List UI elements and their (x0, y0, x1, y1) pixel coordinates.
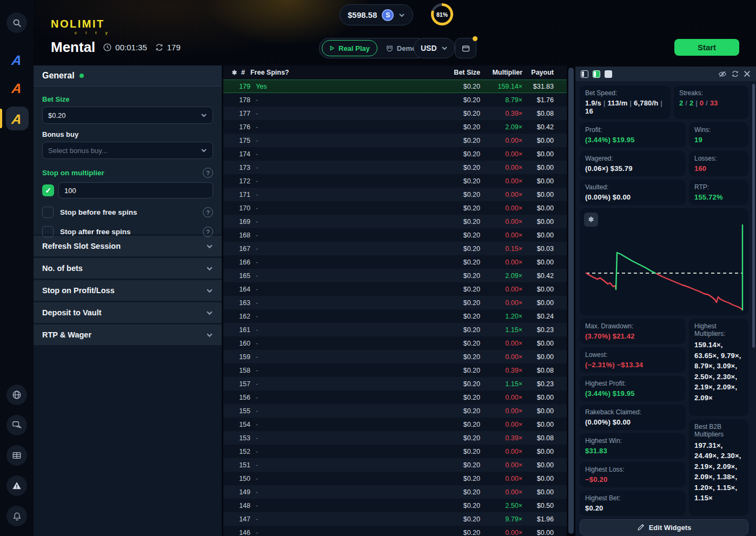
balance-dropdown[interactable]: $598.58 S (340, 4, 413, 25)
bet-size-value: $0.20 (48, 111, 66, 120)
accordion-section-deposit-to-vault[interactable]: Deposit to Vault (34, 302, 222, 323)
table-row[interactable]: 172-$0.200.00×$0.00 (223, 174, 567, 188)
play-icon (329, 45, 335, 51)
row-number: 148 (234, 502, 250, 509)
table-row[interactable]: 162-$0.201.20×$0.24 (223, 309, 567, 323)
row-bet: $0.20 (445, 502, 480, 509)
refresh-icon[interactable] (731, 70, 739, 78)
stat-label: Lowest: (585, 351, 680, 359)
table-row[interactable]: 148-$0.202.50×$0.50 (223, 499, 567, 512)
stop-multiplier-checkbox[interactable]: ✓ (42, 184, 54, 196)
table-row[interactable]: 177-$0.200.39×$0.08 (223, 107, 567, 120)
row-payout: $0.00 (522, 286, 567, 293)
table-row[interactable]: 158-$0.200.39×$0.08 (223, 363, 567, 377)
table-row[interactable]: 167-$0.200.15×$0.03 (223, 242, 567, 255)
wallet-button[interactable] (455, 38, 476, 58)
table-row[interactable]: 170-$0.200.00×$0.00 (223, 201, 567, 215)
hide-icon[interactable] (718, 70, 727, 78)
accordion-section-rtp-wager[interactable]: RTP & Wager (34, 325, 222, 345)
table-row[interactable]: 147-$0.209.79×$1.96 (223, 512, 567, 526)
row-bet: $0.20 (445, 123, 480, 131)
help-icon[interactable]: ? (203, 207, 213, 217)
bet-size-select[interactable]: $0.20 (42, 107, 213, 124)
widgets-scrollbar[interactable] (752, 84, 755, 348)
row-number: 163 (234, 299, 250, 307)
col-num[interactable]: # (241, 69, 245, 76)
table-row[interactable]: 152-$0.200.00×$0.00 (223, 445, 567, 458)
table-row[interactable]: 166-$0.200.00×$0.00 (223, 255, 567, 269)
table-row[interactable]: 163-$0.200.00×$0.00 (223, 296, 567, 309)
row-payout: $0.24 (522, 313, 567, 320)
row-payout: $0.50 (522, 502, 567, 509)
start-button[interactable]: Start (674, 39, 739, 56)
table-row[interactable]: 159-$0.200.00×$0.00 (223, 350, 567, 363)
help-icon[interactable]: ? (203, 227, 213, 237)
table-row[interactable]: 151-$0.200.00×$0.00 (223, 458, 567, 472)
table-row[interactable]: 179Yes$0.20159.14×$31.83 (223, 80, 567, 93)
row-free-spins: - (250, 475, 445, 482)
real-play-button[interactable]: Real Play (322, 40, 377, 56)
table-row[interactable]: 156-$0.200.00×$0.00 (223, 391, 567, 404)
table-row[interactable]: 169-$0.200.00×$0.00 (223, 215, 567, 228)
stat-label: Highest Win: (585, 437, 680, 445)
table-row[interactable]: 178-$0.208.79×$1.76 (223, 93, 567, 107)
col-payout[interactable]: Payout (522, 69, 567, 76)
table-row[interactable]: 149-$0.200.00×$0.00 (223, 485, 567, 499)
col-multiplier[interactable]: Multiplier (480, 69, 522, 76)
notifications-button[interactable] (6, 506, 27, 526)
row-multiplier: 0.15× (480, 245, 522, 253)
accordion-section-refresh-slot-session[interactable]: Refresh Slot Session (34, 236, 222, 256)
stop-after-checkbox[interactable] (42, 226, 54, 237)
accordion-section-stop-on-profit-loss[interactable]: Stop on Profit/Loss (34, 280, 222, 301)
tab-general[interactable]: General (34, 65, 222, 87)
col-bet-size[interactable]: Bet Size (445, 69, 480, 76)
sidebar-item-game-blue[interactable]: A (0, 52, 35, 68)
bell-icon (12, 512, 22, 521)
chart-settings-button[interactable] (584, 213, 598, 227)
search-button[interactable] (6, 12, 27, 33)
stat-value: 155.72% (694, 193, 743, 201)
table-row[interactable]: 160-$0.200.00×$0.00 (223, 336, 567, 350)
layout-split-icon[interactable] (593, 70, 600, 78)
language-button[interactable] (6, 385, 27, 405)
table-row[interactable]: 176-$0.202.09×$0.42 (223, 120, 567, 134)
table-row[interactable]: 154-$0.200.00×$0.00 (223, 418, 567, 431)
close-icon[interactable] (744, 70, 751, 77)
sidebar-item-game-yellow[interactable]: A (0, 111, 35, 127)
table-row[interactable]: 164-$0.200.00×$0.00 (223, 282, 567, 296)
chat-button[interactable] (6, 415, 27, 435)
table-row[interactable]: 155-$0.200.00×$0.00 (223, 404, 567, 418)
sidebar-item-game-orange[interactable]: A (0, 81, 35, 96)
table-settings-icon[interactable] (231, 69, 238, 76)
layout-left-icon[interactable] (581, 70, 588, 78)
table-row[interactable]: 165-$0.202.09×$0.42 (223, 269, 567, 282)
table-row[interactable]: 168-$0.200.00×$0.00 (223, 228, 567, 242)
stop-before-checkbox[interactable] (42, 207, 54, 218)
health-ring[interactable]: 81% (431, 3, 453, 25)
table-row[interactable]: 157-$0.201.15×$0.23 (223, 377, 567, 391)
table-row[interactable]: 146-$0.200.00×$0.00 (223, 526, 567, 536)
edit-widgets-button[interactable]: Edit Widgets (580, 519, 748, 535)
table-row[interactable]: 173-$0.200.00×$0.00 (223, 161, 567, 174)
table-row[interactable]: 174-$0.200.00×$0.00 (223, 147, 567, 161)
stat-label: Wins: (694, 126, 743, 134)
history-button[interactable] (6, 445, 27, 466)
help-icon[interactable]: ? (203, 168, 213, 178)
table-row[interactable]: 175-$0.200.00×$0.00 (223, 134, 567, 147)
currency-dropdown[interactable]: USD (414, 38, 455, 58)
table-row[interactable]: 161-$0.201.15×$0.23 (223, 323, 567, 336)
table-scrollbar[interactable] (568, 68, 574, 534)
table-row[interactable]: 150-$0.200.00×$0.00 (223, 472, 567, 485)
bonus-buy-select[interactable]: Select bonus buy... (42, 142, 213, 159)
table-row[interactable]: 153-$0.200.39×$0.08 (223, 431, 567, 445)
play-mode-toggle: Real Play Demo (319, 38, 427, 58)
layout-full-icon[interactable] (605, 70, 612, 78)
accordion-section-no-of-bets[interactable]: No. of bets (34, 258, 222, 279)
table-row[interactable]: 171-$0.200.00×$0.00 (223, 188, 567, 201)
stop-multiplier-input[interactable] (58, 182, 213, 198)
alerts-button[interactable] (6, 475, 27, 496)
col-free-spins[interactable]: Free Spins? (245, 69, 445, 76)
row-free-spins: - (250, 259, 445, 266)
row-bet: $0.20 (445, 515, 480, 523)
row-free-spins: - (250, 191, 445, 198)
